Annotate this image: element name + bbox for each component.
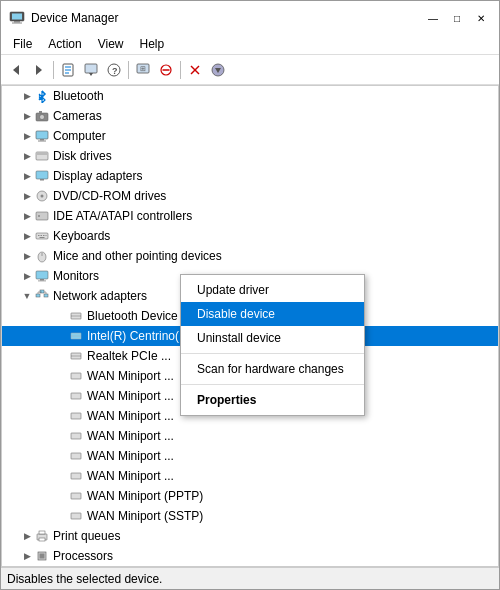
toolbar-uninstall[interactable]: [184, 59, 206, 81]
menu-view[interactable]: View: [90, 35, 132, 53]
toolbar-back[interactable]: [5, 59, 27, 81]
context-menu: Update driver Disable device Uninstall d…: [180, 274, 365, 416]
svg-rect-46: [40, 279, 44, 281]
ide-label: IDE ATA/ATAPI controllers: [53, 209, 192, 223]
title-bar: Device Manager — □ ✕: [1, 1, 499, 33]
intel-icon: [68, 328, 84, 344]
expand-computer[interactable]: ▶: [20, 129, 34, 143]
svg-rect-25: [39, 111, 42, 113]
title-bar-left: Device Manager: [9, 10, 118, 26]
svg-rect-2: [14, 21, 20, 23]
help-icon: ?: [107, 63, 121, 77]
toolbar-expand[interactable]: [207, 59, 229, 81]
display-icon: [34, 168, 50, 184]
toolbar-update[interactable]: [80, 59, 102, 81]
cameras-icon: [34, 108, 50, 124]
tree-item-wan4[interactable]: ▶ WAN Miniport ...: [2, 426, 498, 446]
toolbar-separator-3: [180, 61, 181, 79]
minimize-button[interactable]: —: [423, 10, 443, 26]
processors-label: Processors: [53, 549, 113, 563]
wan-sstp-label: WAN Miniport (SSTP): [87, 509, 203, 523]
mice-label: Mice and other pointing devices: [53, 249, 222, 263]
tree-item-cameras[interactable]: ▶ Cameras: [2, 106, 498, 126]
expand-monitors[interactable]: ▶: [20, 269, 34, 283]
tree-item-keyboards[interactable]: ▶ Keyboards: [2, 226, 498, 246]
tree-item-mice[interactable]: ▶ Mice and other pointing devices: [2, 246, 498, 266]
svg-marker-11: [89, 73, 93, 76]
tree-item-software[interactable]: ▶ Software devices: [2, 566, 498, 567]
ctx-scan-hardware[interactable]: Scan for hardware changes: [181, 357, 364, 381]
tree-item-ide[interactable]: ▶ IDE ATA/ATAPI controllers: [2, 206, 498, 226]
print-label: Print queues: [53, 529, 120, 543]
keyboard-icon: [34, 228, 50, 244]
expand-mice[interactable]: ▶: [20, 249, 34, 263]
expand-keyboards[interactable]: ▶: [20, 229, 34, 243]
svg-rect-27: [40, 139, 44, 141]
tree-view[interactable]: ▶ ʙ Bluetooth ▶ Cameras ▶ Computer ▶: [1, 85, 499, 567]
svg-rect-64: [71, 433, 81, 439]
svg-rect-39: [41, 235, 43, 236]
tree-item-bluetooth[interactable]: ▶ ʙ Bluetooth: [2, 86, 498, 106]
expand-dvd[interactable]: ▶: [20, 189, 34, 203]
svg-rect-47: [38, 281, 46, 282]
svg-point-36: [38, 215, 40, 217]
svg-rect-3: [12, 23, 22, 24]
ctx-uninstall-device[interactable]: Uninstall device: [181, 326, 364, 350]
close-button[interactable]: ✕: [471, 10, 491, 26]
window-controls[interactable]: — □ ✕: [423, 10, 491, 26]
svg-rect-65: [71, 453, 81, 459]
tree-item-wan5[interactable]: ▶ WAN Miniport ...: [2, 446, 498, 466]
wan3-label: WAN Miniport ...: [87, 409, 174, 423]
ctx-properties[interactable]: Properties: [181, 388, 364, 412]
tree-item-wan-pptp[interactable]: ▶ WAN Miniport (PPTP): [2, 486, 498, 506]
toolbar-scan[interactable]: ⊞: [132, 59, 154, 81]
ctx-disable-device[interactable]: Disable device: [181, 302, 364, 326]
tree-item-print[interactable]: ▶ Print queues: [2, 526, 498, 546]
disk-icon: [34, 148, 50, 164]
expand-cameras[interactable]: ▶: [20, 109, 34, 123]
maximize-button[interactable]: □: [447, 10, 467, 26]
tree-item-display[interactable]: ▶ Display adapters: [2, 166, 498, 186]
expand-ide[interactable]: ▶: [20, 209, 34, 223]
wan1-icon: [68, 368, 84, 384]
svg-rect-28: [38, 141, 46, 142]
expand-processors[interactable]: ▶: [20, 549, 34, 563]
wan6-icon: [68, 468, 84, 484]
tree-item-computer[interactable]: ▶ Computer: [2, 126, 498, 146]
menu-file[interactable]: File: [5, 35, 40, 53]
expand-disk[interactable]: ▶: [20, 149, 34, 163]
network-label: Network adapters: [53, 289, 147, 303]
expand-network[interactable]: ▼: [20, 289, 34, 303]
display-label: Display adapters: [53, 169, 142, 183]
forward-icon: [32, 63, 46, 77]
expand-display[interactable]: ▶: [20, 169, 34, 183]
disk-label: Disk drives: [53, 149, 112, 163]
toolbar-properties[interactable]: [57, 59, 79, 81]
expand-print[interactable]: ▶: [20, 529, 34, 543]
tree-item-processors[interactable]: ▶ Processors: [2, 546, 498, 566]
expand-icon: [211, 63, 225, 77]
menu-help[interactable]: Help: [132, 35, 173, 53]
toolbar-help[interactable]: ?: [103, 59, 125, 81]
toolbar-separator-1: [53, 61, 54, 79]
svg-rect-1: [12, 14, 22, 20]
svg-rect-68: [71, 513, 81, 519]
svg-text:?: ?: [112, 66, 118, 76]
menu-action[interactable]: Action: [40, 35, 89, 53]
realtek-icon: [68, 348, 84, 364]
expand-bluetooth[interactable]: ▶: [20, 89, 34, 103]
monitor-icon: [34, 268, 50, 284]
toolbar-separator-2: [128, 61, 129, 79]
status-bar: Disables the selected device.: [1, 567, 499, 589]
app-icon: [9, 10, 25, 26]
tree-item-wan6[interactable]: ▶ WAN Miniport ...: [2, 466, 498, 486]
tree-item-wan-sstp[interactable]: ▶ WAN Miniport (SSTP): [2, 506, 498, 526]
wan-pptp-icon: [68, 488, 84, 504]
toolbar-forward[interactable]: [28, 59, 50, 81]
svg-text:⊞: ⊞: [140, 65, 146, 72]
ctx-update-driver[interactable]: Update driver: [181, 278, 364, 302]
tree-item-disk-drives[interactable]: ▶ Disk drives: [2, 146, 498, 166]
toolbar-disable[interactable]: [155, 59, 177, 81]
svg-rect-10: [85, 64, 97, 73]
tree-item-dvd[interactable]: ▶ DVD/CD-ROM drives: [2, 186, 498, 206]
